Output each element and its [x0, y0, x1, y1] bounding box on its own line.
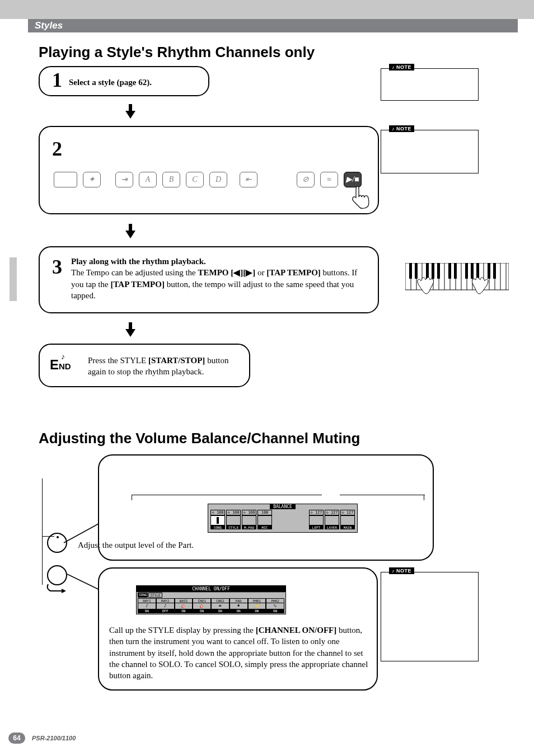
step-3-box: 3 Play along with the rhythm playback. T…: [39, 246, 379, 313]
svg-rect-19: [409, 263, 412, 279]
s: ON: [138, 609, 156, 613]
v: 100: [261, 510, 269, 515]
v: 100: [248, 510, 255, 515]
model-name: PSR-2100/1100: [32, 735, 76, 741]
panel-ending-btn: ⇤: [240, 172, 257, 187]
svg-rect-28: [476, 263, 479, 279]
heading-1: Playing a Style's Rhythm Channels only: [39, 44, 315, 61]
tab: STYLE: [148, 593, 162, 598]
panel-main-c-btn: C: [186, 172, 204, 187]
svg-rect-30: [493, 263, 496, 279]
s: OFF: [157, 609, 174, 613]
step-1-box: 1 Select a style (page 62).: [39, 66, 209, 96]
svg-text:♪: ♪: [61, 353, 65, 360]
svg-rect-20: [415, 263, 418, 279]
tab: SONG: [138, 593, 148, 598]
step-1-number: 1: [52, 68, 62, 92]
leader-v: [42, 478, 43, 585]
l: MIC: [257, 525, 272, 529]
svg-rect-25: [454, 263, 457, 279]
v: 127: [346, 510, 354, 515]
bracket-line: [132, 495, 322, 495]
t: The Tempo can be adjusted using the: [71, 268, 198, 277]
l: LAYER: [325, 525, 339, 529]
s: ON: [266, 609, 284, 613]
v: 127: [331, 510, 338, 515]
svg-rect-29: [488, 263, 490, 279]
c: PAD: [230, 599, 247, 603]
page-top-bar: [0, 0, 534, 19]
bracket-tick: [132, 495, 132, 500]
side-tab: [10, 257, 17, 301]
tempo-buttons-ref: TEMPO [◀][▶]: [198, 268, 256, 277]
section-label: Styles: [35, 20, 63, 31]
section-header: Styles: [28, 19, 518, 32]
c: CHD1: [193, 599, 210, 603]
c: BASS: [175, 599, 193, 603]
svg-rect-24: [448, 263, 451, 279]
music-notes-icon: ♪: [61, 353, 72, 360]
svg-marker-33: [62, 589, 66, 593]
lcd-title: BALANCE: [270, 504, 296, 509]
v: 127: [315, 510, 322, 515]
keyboard-hands-icon: [405, 263, 509, 305]
lcd-channels: RHY1♪ON RHY2♪OFF BASS🎸ON CHD1🎸ON CHD2≡ON…: [138, 598, 284, 613]
l: SONG: [210, 525, 225, 529]
step-3-text: Play along with the rhythm playback. The…: [71, 256, 368, 301]
panel-blank-btn: [54, 172, 77, 187]
leader-line: [59, 520, 104, 548]
lcd-left-sliders: ◇ 100SONG ◇ 100STYLE ◇ 100M.PAD 100MIC: [210, 510, 272, 529]
tap-tempo-ref: [TAP TEMPO]: [110, 280, 165, 289]
arrow-down-icon: [125, 329, 135, 337]
note-box-3: NOTE: [381, 572, 479, 661]
control-panel-diagram: ✦ ⇥ A B C D ⇤ ⊘ ≡ ▶/■: [52, 172, 371, 205]
c: RHY2: [157, 599, 174, 603]
balance-block: BALANCE ◇ 100SONG ◇ 100STYLE ◇ 100M.PAD …: [98, 454, 434, 561]
s: ON: [230, 609, 247, 613]
c: PHR2: [266, 599, 284, 603]
t: or: [255, 268, 266, 277]
svg-rect-26: [465, 263, 468, 279]
note-box-2: NOTE: [381, 130, 479, 173]
channel-lcd: CHANNEL ON/OFF SONG STYLE RHY1♪ON RHY2♪O…: [136, 585, 286, 614]
panel-sync-start-btn: ≡: [320, 172, 338, 187]
panel-main-d-btn: D: [209, 172, 227, 187]
c: PHR1: [249, 599, 266, 603]
t: Call up the STYLE display by pressing th…: [109, 626, 256, 635]
page-number: 64: [8, 732, 25, 744]
bracket-tick: [424, 495, 424, 500]
svg-rect-23: [437, 263, 440, 279]
step-2-box: 2 ✦ ⇥ A B C D ⇤ ⊘ ≡ ▶/■: [39, 126, 379, 214]
l: STYLE: [226, 525, 241, 529]
s: ON: [249, 609, 266, 613]
end-label: END ♪: [50, 357, 71, 373]
lcd-title: CHANNEL ON/OFF: [137, 586, 285, 593]
start-stop-ref: [START/STOP]: [148, 356, 205, 365]
channel-block: CHANNEL ON/OFF SONG STYLE RHY1♪ON RHY2♪O…: [98, 567, 378, 691]
end-step-box: END ♪ Press the STYLE [START/STOP] butto…: [39, 344, 250, 387]
panel-spacer: [280, 172, 291, 187]
panel-main-a-btn: A: [139, 172, 157, 187]
step-3-lead: Play along with the rhythm playback.: [71, 257, 206, 266]
lcd-tabs: SONG STYLE: [138, 593, 162, 598]
panel-spacer: [263, 172, 274, 187]
svg-line-32: [64, 524, 99, 543]
end-step-text: Press the STYLE [START/STOP] button agai…: [88, 355, 243, 378]
svg-rect-21: [426, 263, 429, 279]
s: ON: [212, 609, 229, 613]
panel-intro-btn: ⇥: [115, 172, 133, 187]
note-label: NOTE: [389, 125, 414, 132]
hand-pointer-icon: [351, 185, 373, 212]
note-box-1: NOTE: [381, 68, 479, 101]
leader-h: [42, 536, 54, 537]
t: Press the STYLE: [88, 356, 148, 365]
l: M.PAD: [242, 525, 256, 529]
balance-caption: Adjust the output level of the Part.: [78, 539, 358, 551]
v: 100: [217, 510, 224, 515]
arrow-down-icon: [125, 111, 135, 119]
balance-lcd: BALANCE ◇ 100SONG ◇ 100STYLE ◇ 100M.PAD …: [208, 504, 358, 533]
bracket-line: [340, 495, 425, 495]
arrow-down-icon: [125, 231, 135, 238]
panel-main-b-btn: B: [162, 172, 180, 187]
page-footer: 64 PSR-2100/1100: [8, 732, 76, 744]
